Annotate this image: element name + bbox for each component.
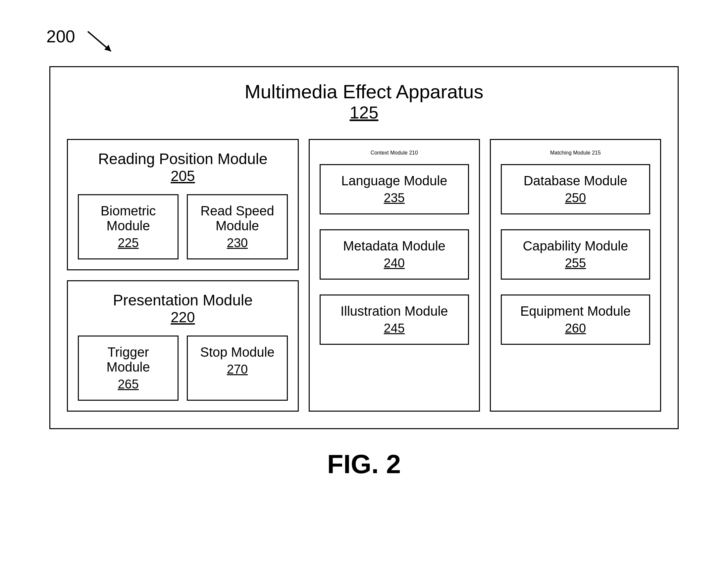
reading-position-module: Reading Position Module 205 Biometric Mo… (67, 139, 299, 270)
right-column: Matching Module 215 Database Module 250 … (490, 139, 661, 411)
read-speed-module: Read Speed Module 230 (187, 194, 287, 260)
illustration-module: Illustration Module 245 (320, 294, 469, 345)
middle-column: Context Module 210 Language Module 235 M… (309, 139, 480, 411)
read-speed-name: Read Speed Module (195, 204, 280, 233)
biometric-name: Biometric Module (85, 204, 171, 233)
presentation-number: 220 (78, 309, 288, 326)
presentation-module: Presentation Module 220 Trigger Module 2… (67, 280, 299, 411)
equipment-module: Equipment Module 260 (501, 294, 650, 345)
presentation-name: Presentation Module (78, 291, 288, 309)
apparatus-title: Multimedia Effect Apparatus 125 (67, 80, 661, 123)
language-number: 235 (327, 191, 461, 205)
metadata-module: Metadata Module 240 (320, 229, 469, 279)
presentation-title: Presentation Module 220 (78, 291, 288, 326)
context-title: Context Module 210 (320, 150, 469, 156)
illustration-name: Illustration Module (327, 304, 461, 319)
apparatus-number: 125 (67, 103, 661, 123)
reading-position-name: Reading Position Module (78, 150, 288, 168)
figure-label-area: 200 (26, 20, 702, 59)
matching-name: Matching Module (550, 150, 591, 156)
language-name: Language Module (327, 174, 461, 188)
main-outer-box: Multimedia Effect Apparatus 125 Reading … (49, 66, 679, 429)
apparatus-name: Multimedia Effect Apparatus (67, 80, 661, 103)
matching-number: 215 (592, 150, 601, 156)
arrow-indicator (86, 30, 119, 58)
matching-submodules: Database Module 250 Capability Module 25… (501, 164, 650, 401)
matching-title: Matching Module 215 (501, 150, 650, 156)
left-column: Reading Position Module 205 Biometric Mo… (67, 139, 299, 411)
metadata-name: Metadata Module (327, 239, 461, 254)
equipment-number: 260 (508, 321, 643, 336)
matching-module: Matching Module 215 Database Module 250 … (490, 139, 661, 411)
biometric-module: Biometric Module 225 (78, 194, 178, 260)
trigger-number: 265 (85, 377, 171, 392)
stop-number: 270 (195, 362, 280, 377)
context-name: Context Module (371, 150, 408, 156)
read-speed-number: 230 (195, 236, 280, 250)
stop-name: Stop Module (195, 345, 280, 360)
database-module: Database Module 250 (501, 164, 650, 214)
database-number: 250 (508, 191, 643, 205)
trigger-name: Trigger Module (85, 345, 171, 375)
stop-module: Stop Module 270 (187, 336, 287, 401)
biometric-number: 225 (85, 236, 171, 250)
fig-label: FIG. 2 (327, 449, 401, 479)
reading-position-submodules: Biometric Module 225 Read Speed Module 2… (78, 194, 288, 260)
illustration-number: 245 (327, 321, 461, 336)
database-name: Database Module (508, 174, 643, 188)
language-module: Language Module 235 (320, 164, 469, 214)
capability-module: Capability Module 255 (501, 229, 650, 279)
reading-position-number: 205 (78, 168, 288, 184)
capability-number: 255 (508, 256, 643, 270)
context-submodules: Language Module 235 Metadata Module 240 … (320, 164, 469, 401)
trigger-module: Trigger Module 265 (78, 336, 178, 401)
context-module: Context Module 210 Language Module 235 M… (309, 139, 480, 411)
context-number: 210 (409, 150, 418, 156)
page-container: 200 Multimedia Effect Apparatus 125 (26, 20, 702, 566)
metadata-number: 240 (327, 256, 461, 270)
equipment-name: Equipment Module (508, 304, 643, 319)
figure-number: 200 (46, 26, 75, 46)
capability-name: Capability Module (508, 239, 643, 254)
reading-position-title: Reading Position Module 205 (78, 150, 288, 184)
presentation-submodules: Trigger Module 265 Stop Module 270 (78, 336, 288, 401)
